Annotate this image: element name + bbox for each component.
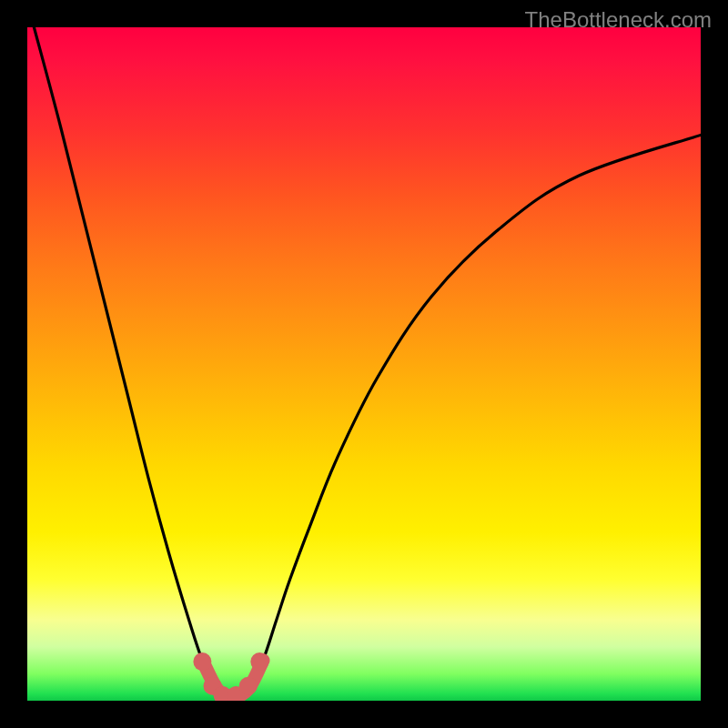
watermark-text: TheBottleneck.com (525, 7, 712, 33)
bottleneck-curve (34, 27, 701, 699)
plot-area (27, 27, 701, 701)
dot-1 (193, 652, 211, 671)
curve-layer (27, 27, 701, 701)
dot-5 (239, 677, 258, 695)
dot-6 (250, 652, 268, 671)
